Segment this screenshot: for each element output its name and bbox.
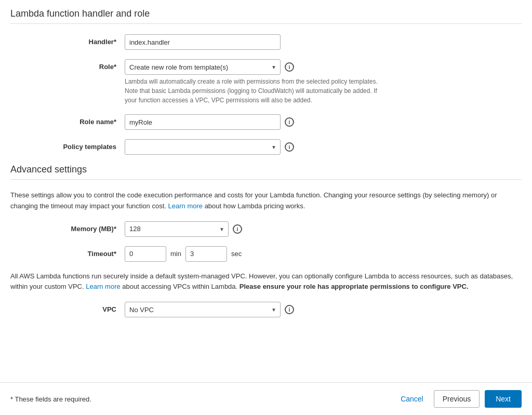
policy-templates-row: Policy templates i (10, 139, 522, 155)
lambda-section-title: Lambda function handler and role (10, 8, 522, 24)
memory-info-icon: i (233, 224, 242, 234)
role-control-column: Create new role from template(s) Choose … (125, 59, 384, 105)
vpc-info-icon: i (285, 305, 294, 314)
policy-templates-select-wrapper (125, 139, 281, 155)
memory-select-wrapper: 128 192 256 512 1024 1536 3008 (125, 221, 229, 237)
next-button[interactable]: Next (485, 390, 522, 408)
vpc-label: VPC (10, 302, 125, 313)
vpc-desc-text2: about accessing VPCs within Lambda. (122, 283, 237, 290)
role-name-info-icon: i (285, 117, 294, 127)
vpc-select[interactable]: No VPC (125, 302, 281, 317)
timeout-min-unit: min (170, 250, 181, 258)
handler-control (125, 34, 522, 50)
memory-control: 128 192 256 512 1024 1536 3008 i (125, 221, 522, 237)
handler-label: Handler* (10, 34, 125, 46)
previous-button[interactable]: Previous (434, 390, 480, 408)
footer: * These fields are required. Cancel Prev… (0, 382, 532, 415)
role-select[interactable]: Create new role from template(s) Choose … (125, 59, 281, 75)
memory-select[interactable]: 128 192 256 512 1024 1536 3008 (125, 221, 229, 237)
policy-templates-control: i (125, 139, 522, 155)
handler-input[interactable] (125, 34, 281, 50)
vpc-desc-bold: Please ensure your role has appropriate … (240, 283, 469, 290)
role-description: Lambda will automatically create a role … (125, 77, 384, 105)
timeout-row: Timeout* min sec (10, 246, 522, 262)
vpc-control: No VPC i (125, 302, 522, 317)
memory-row: Memory (MB)* 128 192 256 512 1024 1536 3… (10, 221, 522, 237)
content-area: Lambda function handler and role Handler… (0, 0, 532, 382)
vpc-description: All AWS Lambda functions run securely in… (10, 271, 522, 293)
required-note: * These fields are required. (10, 395, 91, 403)
advanced-settings-section: Advanced settings These settings allow y… (10, 164, 522, 317)
role-label: Role* (10, 59, 125, 71)
vpc-row: VPC No VPC i (10, 302, 522, 317)
footer-buttons: Cancel Previous Next (395, 390, 522, 408)
advanced-section-title: Advanced settings (10, 164, 522, 180)
advanced-desc-text2: about how Lambda pricing works. (205, 202, 305, 210)
role-select-wrapper: Create new role from template(s) Choose … (125, 59, 281, 75)
memory-label: Memory (MB)* (10, 221, 125, 233)
page-container: Lambda function handler and role Handler… (0, 0, 532, 415)
policy-templates-select[interactable] (125, 139, 281, 155)
role-name-control: i (125, 114, 522, 130)
vpc-select-wrapper: No VPC (125, 302, 281, 317)
handler-row: Handler* (10, 34, 522, 50)
timeout-label: Timeout* (10, 246, 125, 258)
policy-templates-info-icon: i (285, 142, 294, 152)
role-control: Create new role from template(s) Choose … (125, 59, 384, 75)
role-info-icon: i (285, 62, 294, 72)
advanced-learn-more-link[interactable]: Learn more (168, 202, 203, 210)
policy-templates-label: Policy templates (10, 139, 125, 151)
role-row: Role* Create new role from template(s) C… (10, 59, 522, 105)
timeout-min-input[interactable] (125, 246, 166, 262)
advanced-description: These settings allow you to control the … (10, 190, 522, 212)
timeout-sec-unit: sec (231, 250, 242, 258)
timeout-sec-input[interactable] (185, 246, 227, 262)
role-name-row: Role name* i (10, 114, 522, 130)
role-name-label: Role name* (10, 114, 125, 126)
vpc-learn-more-link[interactable]: Learn more (86, 283, 120, 290)
timeout-control: min sec (125, 246, 522, 262)
cancel-button[interactable]: Cancel (395, 392, 429, 406)
role-name-input[interactable] (125, 114, 281, 130)
